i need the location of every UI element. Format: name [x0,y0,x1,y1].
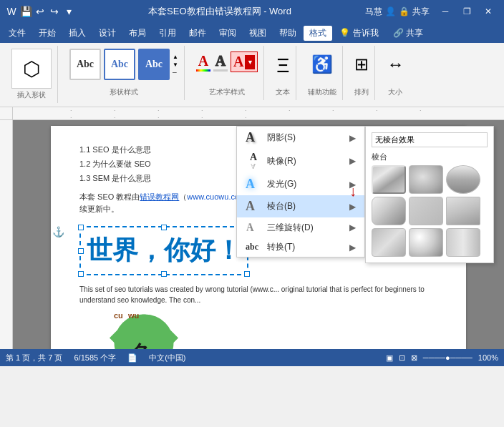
dropdown-reflect[interactable]: A A 映像(R) ▶ [237,149,364,173]
zoom-slider[interactable]: ────●──── [423,353,472,362]
transform-label: 转换(T) [267,241,295,253]
view-icon-1[interactable]: ▣ [386,353,393,363]
bevel-item-4[interactable] [372,197,406,225]
menu-layout[interactable]: 布局 [123,26,152,41]
shadow-a-icon: A [246,130,261,145]
view-icon-3[interactable]: ⊠ [411,353,417,363]
shape-style-down[interactable]: ▼ [173,62,178,68]
red-arrow-indicator: ↓ [349,183,357,200]
text-effects-dropdown: A 阴影(S) ▶ A A 映像(R) ▶ A 发光(G) ▶ A 棱台(B) … [236,126,365,257]
user-avatar: 👤 [385,6,396,16]
bevel-item-9[interactable] [446,228,480,257]
zoom-level: 100% [478,353,498,362]
handle-br[interactable] [244,271,250,277]
text-effects-icon: A [233,54,243,70]
share-label[interactable]: 共享 [412,6,430,18]
shape-styles-label: 形状样式 [110,86,138,97]
doc-container: ⚓ 1.1 SEO 是什么意思 ........................… [0,120,504,349]
bevel-item-5[interactable] [409,197,443,225]
dropdown-transform[interactable]: abc 转换(T) ▶ [237,237,364,257]
handle-tm[interactable] [161,225,167,230]
share-icon: 🔒 [399,6,410,16]
menu-references[interactable]: 引用 [153,26,182,41]
arrange-label: 排列 [354,86,369,97]
menu-format[interactable]: 格式 [304,26,332,41]
dropdown-bevel[interactable]: A 棱台(B) ▶ [237,195,364,217]
menu-help[interactable]: 帮助 [273,26,302,41]
menu-view[interactable]: 视图 [243,26,272,41]
text-fill-btn[interactable]: A [196,53,210,72]
shape-style-border[interactable]: Abc [104,49,135,80]
minimize-button[interactable]: ─ [435,1,455,21]
text-effects-btn[interactable]: A ▼ [231,51,258,72]
menu-insert[interactable]: 插入 [63,26,92,41]
shadow-label: 阴影(S) [267,132,296,144]
redo-icon[interactable]: ↪ [49,6,60,17]
menu-file[interactable]: 文件 [3,26,32,41]
dropdown-glow[interactable]: A 发光(G) ▶ [237,173,364,195]
ruler-marks: · · · · · · · · · · · · · · [70,107,447,121]
share-btn[interactable]: 🔗 共享 [393,27,423,39]
bevel-item-6[interactable] [446,197,480,225]
shape-style-up[interactable]: ▲ [173,54,178,60]
ribbon-group-shape-styles: Abc Abc Abc ▲ ▼ ─ 形状样式 [64,46,185,100]
bevel-item-1[interactable] [372,165,406,194]
menu-review[interactable]: 审阅 [213,26,242,41]
shape-style-plain[interactable]: Abc [69,49,101,80]
window-title: 本套SEO教程由错误教程网 - Word [74,5,365,18]
menu-mail[interactable]: 邮件 [183,26,212,41]
threed-label: 三维旋转(D) [267,222,314,234]
size-icon: ↔ [387,49,404,74]
bevel-grid [372,165,488,257]
title-bar-left-icons: W 💾 ↩ ↪ ▾ [6,6,74,17]
no-bevel-option[interactable]: 无棱台效果 [372,132,488,147]
bevel-item-2[interactable] [409,165,443,194]
undo-icon[interactable]: ↩ [34,6,46,17]
intro-link[interactable]: 错误教程网 [140,192,179,201]
shape-style-expand[interactable]: ─ [173,69,178,76]
bevel-item-7[interactable] [372,228,406,257]
bevel-submenu: 无棱台效果 棱台 [365,126,494,263]
arttext-label: 艺术字样式 [209,86,245,97]
handle-bm[interactable] [161,271,167,277]
accessibility-icon: ♿ [311,49,333,74]
close-button[interactable]: ✕ [478,1,498,21]
transform-arrow-icon: ▶ [349,242,356,252]
text-icon: Ξ [276,49,289,77]
text-outline-btn[interactable]: A [213,53,228,72]
vertical-ruler [0,120,13,349]
bevel-item-8[interactable] [409,228,443,257]
title-bar: W 💾 ↩ ↪ ▾ 本套SEO教程由错误教程网 - Word 马慧 👤 🔒 共享… [0,0,504,23]
handle-ml[interactable] [78,248,84,254]
big-chinese-text: 世界，你好！ [87,233,241,268]
threed-arrow-icon: ▶ [349,222,356,232]
status-bar: 第 1 页，共 7 页 6/1585 个字 📄 中文(中国) ▣ ⊡ ⊠ ───… [0,349,504,366]
text-box-container[interactable]: 世界，你好！ [79,226,248,275]
word-logo-icon: W [6,6,17,17]
dropdown-threed[interactable]: A 三维旋转(D) ▶ [237,217,364,237]
save-icon[interactable]: 💾 [20,6,32,17]
ribbon-group-text: Ξ 文本 [270,46,296,100]
dropdown-shadow[interactable]: A 阴影(S) ▶ [237,127,364,149]
dropdown-arrow-icon: ▼ [247,59,253,66]
toc-text-3: 1.3 SEM 是什么意思 [79,172,151,186]
shapes-button[interactable]: ⬡ [11,49,52,89]
handle-tl[interactable] [78,225,84,230]
insert-shape-label: 插入形状 [17,89,46,100]
view-icon-2[interactable]: ⊡ [399,353,405,363]
customize-icon[interactable]: ▾ [63,6,74,17]
bevel-label: 棱台(B) [267,200,296,212]
bevel-a-icon: A [246,199,261,214]
shape-style-filled[interactable]: Abc [138,49,170,80]
handle-bl[interactable] [78,271,84,277]
tell-me-area[interactable]: 💡 告诉我 🔗 共享 [339,27,423,39]
restore-button[interactable]: ❐ [457,1,477,21]
selected-text-box[interactable]: 世界，你好！ [79,226,248,275]
menu-design[interactable]: 设计 [93,26,122,41]
menu-home[interactable]: 开始 [33,26,62,41]
bevel-item-3[interactable] [446,165,480,194]
ribbon-group-accessibility: ♿ 辅助功能 [302,46,343,100]
size-label: 大小 [388,86,402,97]
ribbon-group-arrange: ⊞ 排列 [349,46,375,100]
user-name: 马慧 [365,6,382,18]
